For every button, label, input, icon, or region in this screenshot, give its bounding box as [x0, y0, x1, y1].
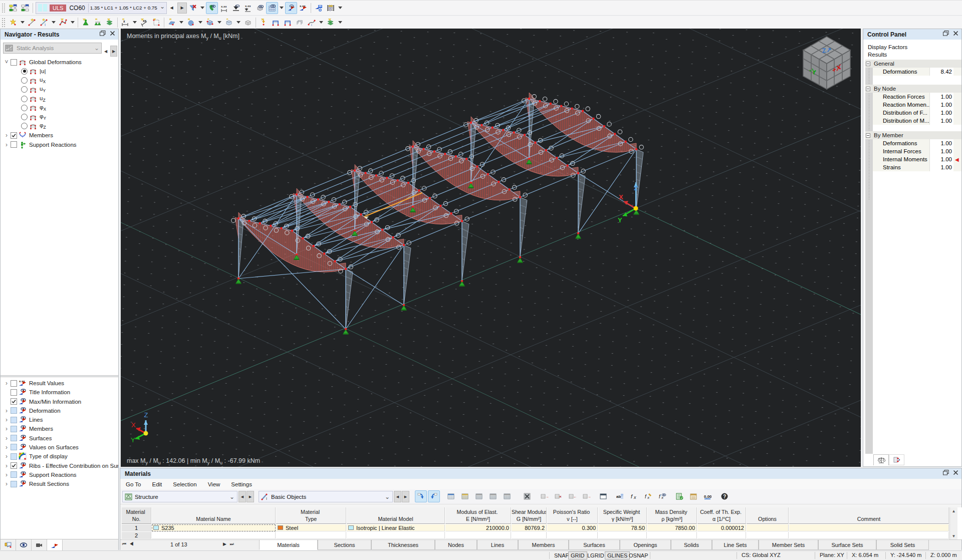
svg-text:?: ? [723, 494, 726, 499]
svg-text:x.xx: x.xx [221, 5, 227, 8]
svg-text:0,00: 0,00 [704, 494, 711, 499]
svg-text:X: X [131, 421, 136, 429]
svg-text:Y: Y [618, 216, 622, 224]
svg-text:x: x [123, 20, 125, 23]
svg-text:I: I [311, 24, 312, 27]
svg-text:x.xx: x.xx [245, 5, 251, 8]
svg-text:Z↗: Z↗ [822, 46, 832, 54]
svg-text:f: f [659, 494, 661, 499]
svg-text:x: x [633, 495, 636, 500]
svg-text:Y: Y [131, 436, 135, 444]
svg-text:Moments in principal axes My /: Moments in principal axes My / Mu [kNm] [127, 33, 239, 41]
svg-text:×: × [559, 494, 562, 499]
svg-text:←: ← [573, 494, 576, 499]
svg-text:ab: ab [616, 494, 621, 499]
svg-text:xx: xx [143, 19, 147, 23]
svg-text:→: → [587, 494, 590, 499]
svg-text:x: x [647, 495, 650, 500]
svg-text:f: f [631, 493, 633, 499]
svg-text:I: I [45, 23, 46, 27]
svg-text:X: X [619, 193, 623, 201]
svg-text:Z: Z [144, 411, 148, 419]
svg-text:Z: Z [634, 184, 638, 192]
svg-text:f: f [645, 494, 647, 499]
svg-text:I: I [266, 497, 267, 500]
svg-text:→: → [545, 494, 548, 499]
